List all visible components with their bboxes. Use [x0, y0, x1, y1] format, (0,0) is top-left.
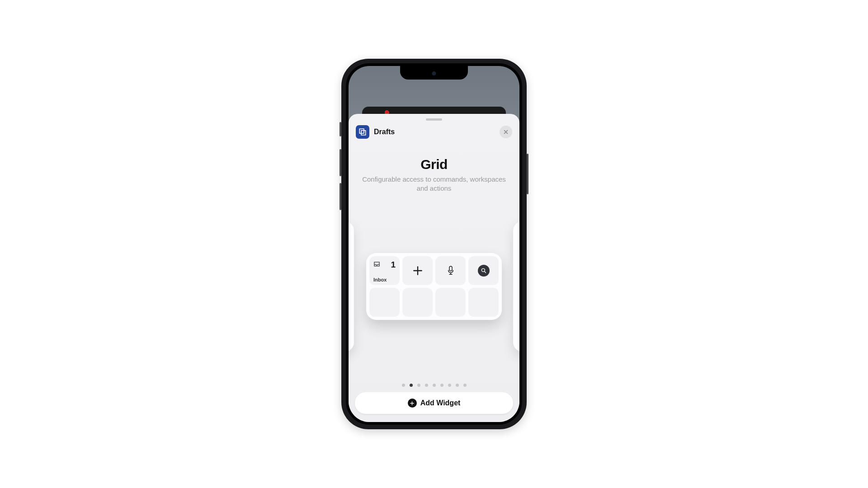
microphone-icon [447, 265, 455, 276]
phone-side-button [340, 122, 341, 136]
grid-cell-empty[interactable] [369, 288, 400, 317]
grid-cell-dictate[interactable] [435, 256, 466, 285]
next-widget-peek[interactable]: In [513, 221, 519, 352]
svg-rect-0 [359, 129, 364, 133]
next-widget-label: In [518, 243, 519, 248]
sheet-grabber[interactable] [426, 118, 442, 121]
search-icon [478, 265, 490, 277]
grid-cell-inbox[interactable]: 1 Inbox [369, 256, 400, 285]
phone-bezel: Drafts Grid Configurable access to comma… [346, 63, 522, 425]
page-dot[interactable] [410, 384, 413, 387]
drafts-app-icon [356, 125, 369, 139]
page-dot[interactable] [463, 384, 467, 387]
widget-title: Grid [362, 157, 506, 172]
inbox-tray-icon [373, 261, 380, 269]
grid-cell-empty[interactable] [435, 288, 466, 317]
grid-cell-search[interactable] [468, 256, 499, 285]
svg-rect-2 [449, 267, 452, 272]
sheet-header: Drafts [349, 122, 519, 143]
inbox-count: 1 [391, 260, 396, 270]
phone-side-button [527, 154, 528, 194]
iphone-frame: Drafts Grid Configurable access to comma… [341, 59, 527, 429]
plus-icon [412, 265, 424, 277]
phone-screen: Drafts Grid Configurable access to comma… [349, 66, 519, 422]
page-dot[interactable] [425, 384, 428, 387]
widget-gallery-sheet: Drafts Grid Configurable access to comma… [349, 114, 519, 422]
close-button[interactable] [500, 126, 512, 138]
widget-title-block: Grid Configurable access to commands, wo… [349, 143, 519, 193]
page-dot[interactable] [402, 384, 405, 387]
close-icon [503, 129, 509, 135]
previous-widget-peek[interactable] [349, 221, 354, 352]
page-dot[interactable] [448, 384, 451, 387]
page-dot[interactable] [456, 384, 459, 387]
phone-notch [400, 66, 468, 80]
widget-subtitle: Configurable access to commands, workspa… [362, 175, 506, 193]
page-dot[interactable] [417, 384, 420, 387]
grid-cell-empty[interactable] [468, 288, 499, 317]
grid-cell-empty[interactable] [402, 288, 433, 317]
page-dot[interactable] [440, 384, 443, 387]
add-widget-button[interactable]: Add Widget [355, 392, 513, 414]
phone-side-button [340, 183, 341, 210]
svg-rect-1 [361, 131, 366, 135]
inbox-label: Inbox [373, 277, 396, 282]
grid-widget-preview: 1 Inbox [366, 253, 502, 320]
phone-side-button [340, 149, 341, 176]
app-name-label: Drafts [374, 128, 395, 136]
widget-carousel[interactable]: In 1 Inbox [349, 193, 519, 380]
add-widget-label: Add Widget [420, 399, 461, 407]
inbox-tray-icon [518, 227, 519, 235]
page-dot[interactable] [433, 384, 436, 387]
grid-cell-new[interactable] [402, 256, 433, 285]
plus-circle-icon [408, 399, 417, 408]
page-indicator[interactable] [349, 380, 519, 392]
